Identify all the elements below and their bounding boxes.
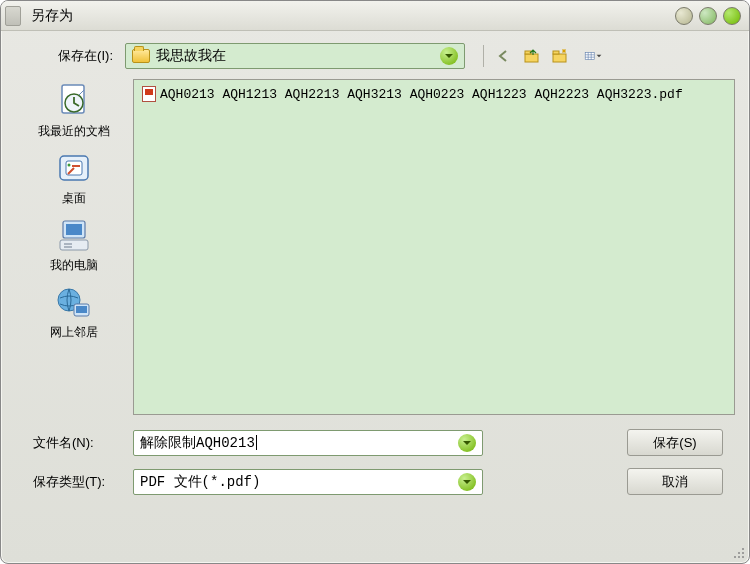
svg-point-29 (734, 556, 736, 558)
svg-rect-19 (66, 224, 82, 235)
computer-icon (54, 217, 94, 255)
pdf-file-icon (142, 86, 156, 102)
save-button[interactable]: 保存(S) (627, 429, 723, 456)
sidebar-item-desktop[interactable]: 桌面 (54, 150, 94, 207)
window-minimize-button[interactable] (675, 7, 693, 25)
new-folder-button[interactable] (548, 45, 572, 67)
location-dropdown[interactable]: 我思故我在 (125, 43, 465, 69)
window-close-button[interactable] (723, 7, 741, 25)
svg-point-26 (742, 548, 744, 550)
up-one-level-button[interactable] (520, 45, 544, 67)
location-label: 保存在(I): (15, 47, 125, 65)
desktop-icon (54, 150, 94, 188)
window-controls (675, 7, 741, 25)
location-name: 我思故我在 (156, 47, 440, 65)
filename-combo[interactable]: 解除限制AQH0213 (133, 430, 483, 456)
recent-documents-icon (54, 83, 94, 121)
file-name: AQH0213 AQH1213 AQH2213 AQH3213 AQH0223 … (160, 87, 683, 102)
file-item[interactable]: AQH0213 AQH1213 AQH2213 AQH3213 AQH0223 … (142, 86, 726, 102)
svg-point-27 (738, 552, 740, 554)
sidebar-item-label: 我的电脑 (50, 257, 98, 274)
svg-rect-2 (553, 54, 566, 62)
places-sidebar: 我最近的文档 桌面 我的电脑 (15, 79, 133, 415)
window-maximize-button[interactable] (699, 7, 717, 25)
folder-icon (132, 49, 150, 63)
file-list-pane[interactable]: AQH0213 AQH1213 AQH2213 AQH3213 AQH0223 … (133, 79, 735, 415)
sidebar-item-label: 网上邻居 (50, 324, 98, 341)
sidebar-item-network[interactable]: 网上邻居 (50, 284, 98, 341)
window-system-icon (5, 6, 21, 26)
separator (483, 45, 484, 67)
svg-point-17 (68, 164, 71, 167)
title-bar: 另存为 (1, 1, 749, 31)
network-icon (54, 284, 94, 322)
save-as-dialog: 另存为 保存在(I): 我思故我在 (0, 0, 750, 564)
filename-text: 解除限制AQH0213 (140, 434, 255, 452)
svg-rect-0 (525, 54, 538, 62)
svg-rect-22 (64, 246, 72, 248)
svg-rect-21 (64, 243, 72, 245)
sidebar-item-label: 桌面 (62, 190, 86, 207)
back-button[interactable] (492, 45, 516, 67)
svg-point-28 (742, 552, 744, 554)
svg-point-30 (738, 556, 740, 558)
text-caret (256, 435, 257, 450)
svg-rect-25 (76, 306, 87, 313)
filetype-label: 保存类型(T): (15, 473, 133, 491)
svg-rect-3 (553, 51, 559, 54)
svg-point-31 (742, 556, 744, 558)
chevron-down-icon[interactable] (458, 473, 476, 491)
filetype-value: PDF 文件(*.pdf) (140, 473, 458, 491)
sidebar-item-recent[interactable]: 我最近的文档 (38, 83, 110, 140)
window-title: 另存为 (31, 7, 675, 25)
sidebar-item-label: 我最近的文档 (38, 123, 110, 140)
view-menu-button[interactable] (576, 45, 610, 67)
chevron-down-icon (440, 47, 458, 65)
filename-label: 文件名(N): (15, 434, 133, 452)
chevron-down-icon[interactable] (458, 434, 476, 452)
resize-grip[interactable] (731, 545, 745, 559)
nav-toolbar (479, 45, 610, 67)
filetype-dropdown[interactable]: PDF 文件(*.pdf) (133, 469, 483, 495)
cancel-button[interactable]: 取消 (627, 468, 723, 495)
svg-rect-8 (585, 52, 594, 59)
sidebar-item-my-computer[interactable]: 我的电脑 (50, 217, 98, 274)
